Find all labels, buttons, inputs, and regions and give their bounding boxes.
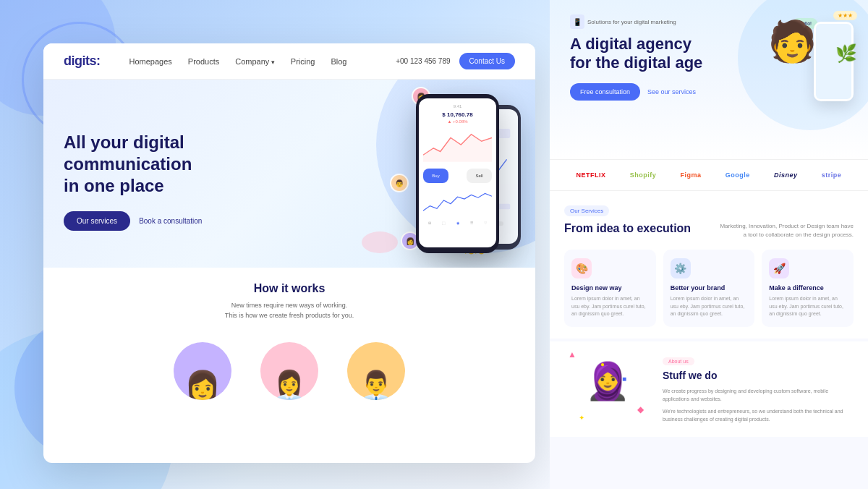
logo-stripe: stripe (822, 171, 842, 179)
about-desc-1: We create progress by designing and deve… (663, 387, 854, 403)
about-section: ▲ ● ■ 🧕 ✦ ◆ About us Stuff we do We crea… (550, 341, 868, 437)
right-hero-section: 📱 Solutions for your digital marketing A… (550, 0, 868, 159)
logo-figma: Figma (681, 171, 702, 179)
person-card-3: 👨‍💼 (347, 342, 405, 400)
logo-netflix: NETFLIX (576, 171, 606, 179)
phone-main: 9:41 $ 10,760.78 ▲ +0.08% Buy (416, 94, 499, 253)
nav-links: Homepages Products Company Pricing Blog (129, 57, 396, 66)
difference-title: Make a difference (769, 284, 846, 292)
design-desc: Lorem ipsum dolor in amet, an usu eby. J… (571, 295, 649, 318)
nav-company[interactable]: Company (235, 57, 275, 66)
about-content: About us Stuff we do We create progress … (663, 353, 854, 425)
person-icon-2: 👩‍💼 (271, 371, 307, 400)
services-badge: Our Services (564, 205, 609, 216)
see-our-services-link[interactable]: See our services (647, 88, 696, 95)
logo-shopify: Shopify (630, 171, 657, 179)
deco-blob-pink (362, 231, 398, 253)
navbar: digits: Homepages Products Company Prici… (43, 43, 535, 80)
nav-products[interactable]: Products (188, 57, 219, 66)
phone-change: ▲ +0.08% (423, 119, 492, 124)
person-card-1: 👩 (174, 342, 231, 400)
nav-pricing[interactable]: Pricing (291, 57, 315, 66)
contact-button[interactable]: Contact Us (459, 53, 515, 69)
service-card-design: 🎨 Design new way Lorem ipsum dolor in am… (564, 250, 656, 327)
services-description: Marketing, Innovation, Product or Design… (702, 222, 854, 239)
bottom-chart (423, 186, 492, 215)
service-card-brand: ⚙️ Better your brand Lorem ipsum dolor i… (663, 250, 755, 327)
service-cards: 🎨 Design new way Lorem ipsum dolor in am… (564, 250, 854, 327)
how-title: How it works (64, 282, 515, 295)
book-consultation-button[interactable]: Book a consultation (139, 217, 202, 225)
person-icon-1: 👩 (184, 371, 221, 400)
brand-title: Better your brand (671, 284, 748, 292)
website-mockup-card: digits: Homepages Products Company Prici… (43, 43, 535, 463)
person-blob-3: 👨‍💼 (347, 342, 405, 400)
logo: digits: (64, 54, 101, 69)
logos-row: NETFLIX Shopify Figma Google Disney stri… (550, 159, 868, 191)
phones-container: 👩 👨 👩 (333, 87, 528, 268)
services-title: From idea to execution (564, 222, 702, 235)
design-icon: 🎨 (571, 258, 592, 278)
nav-blog[interactable]: Blog (331, 57, 346, 66)
star-badge: ★★★ (833, 11, 857, 20)
design-title: Design new way (571, 284, 649, 292)
services-section: Our Services From idea to execution Mark… (550, 191, 868, 339)
brand-icon: ⚙️ (671, 258, 691, 278)
services-header: From idea to execution Marketing, Innova… (564, 222, 854, 239)
right-illustration: ★★★ Hello! 🧑 🌿 (760, 7, 861, 137)
logo-disney: Disney (774, 171, 798, 179)
free-consultation-button[interactable]: Free consultation (570, 83, 640, 101)
plant-decoration: 🌿 (835, 43, 857, 64)
people-row: 👩 👩‍💼 👨‍💼 (43, 335, 535, 400)
how-it-works-section: How it works New times require new ways … (43, 268, 535, 335)
our-services-button[interactable]: Our services (64, 211, 130, 231)
left-panel: digits: Homepages Products Company Prici… (0, 0, 550, 489)
phone-main-screen: 9:41 $ 10,760.78 ▲ +0.08% Buy (419, 98, 496, 247)
hero-person-illustration: 🧑 (767, 22, 817, 61)
person-blob-2: 👩‍💼 (260, 342, 318, 400)
about-badge: About us (663, 357, 694, 365)
solutions-icon: 📱 (570, 14, 584, 29)
about-person-illustration: 🧕 (564, 360, 651, 402)
difference-desc: Lorem ipsum dolor in amet, an usu eby. J… (769, 295, 846, 318)
service-card-difference: 🚀 Make a difference Lorem ipsum dolor in… (762, 250, 854, 327)
difference-icon: 🚀 (769, 258, 789, 278)
right-scroll-area[interactable]: 📱 Solutions for your digital marketing A… (550, 0, 868, 489)
person-blob-1: 👩 (174, 342, 231, 400)
about-title: Stuff we do (663, 370, 854, 381)
about-desc-2: We're technologists and entrepreneurs, s… (663, 407, 854, 423)
about-illustration: ▲ ● ■ 🧕 ✦ ◆ (564, 353, 651, 425)
right-panel: 📱 Solutions for your digital marketing A… (550, 0, 868, 489)
hero-section: All your digitalcommunicationin one plac… (43, 80, 535, 268)
phone-chart (423, 127, 492, 163)
how-subtitle: New times require new ways of working.Th… (64, 301, 515, 320)
nav-phone: +00 123 456 789 (396, 57, 450, 65)
brand-desc: Lorem ipsum dolor in amet, an usu eby. J… (671, 295, 748, 318)
nav-homepages[interactable]: Homepages (129, 57, 172, 66)
avatar-2: 👨 (390, 174, 409, 192)
person-card-2: 👩‍💼 (260, 342, 318, 400)
person-icon-3: 👨‍💼 (358, 371, 394, 400)
phone-amount: $ 10,760.78 (423, 111, 492, 118)
logo-google: Google (726, 171, 750, 179)
